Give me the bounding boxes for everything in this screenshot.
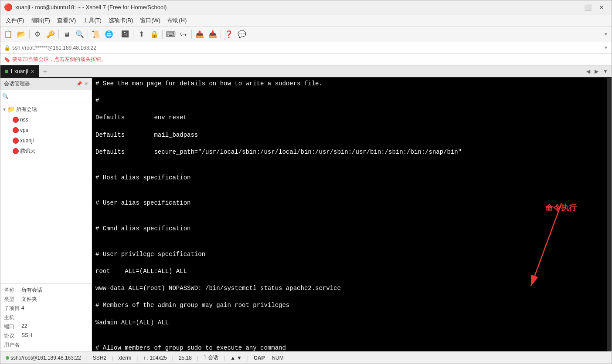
maximize-button[interactable]: ⬜ [581,2,594,13]
toolbar-expand[interactable]: ▼ [602,31,610,37]
toolbar-transfer2[interactable]: 📤 [194,28,206,40]
status-ssh-url: ssh://root@161.189.48.163:22 [4,355,83,361]
toolbar-sep-4 [117,30,117,39]
toolbar-zoom[interactable]: 🔍 [74,28,86,40]
ssh-lock-icon: 🔒 [4,45,10,51]
info-label-user: 用户名 [4,341,21,349]
tree-label-all-sessions: 所有会话 [16,106,37,113]
bookmark-bar: 🔖 要添加当前会话，点击左侧的箭头按钮。 [0,54,612,66]
tab-add-button[interactable]: + [39,65,51,78]
toolbar-sep-3 [88,30,88,39]
ssh-url: ssh://root:******@161.189.48.163:22 [12,45,96,51]
tab-xuanji[interactable]: 1 xuanji ✕ [0,65,39,78]
menu-tab[interactable]: 选项卡(B) [105,15,136,26]
sidebar-close-button[interactable]: ✕ [84,81,88,87]
info-label-port: 端口 [4,323,21,330]
toolbar-open[interactable]: 📂 [15,28,27,40]
close-button[interactable]: ✕ [595,2,608,13]
toolbar-new-session[interactable]: 📋 [2,28,14,40]
terminal-output[interactable]: # See the man page for details on how to… [92,78,612,351]
terminal-scrollbar[interactable] [607,78,612,351]
ssh-expand-button[interactable]: ▼ [604,45,608,50]
terminal-line: # Members of the admin group may gain ro… [95,301,608,310]
toolbar-sessions[interactable]: 🖥 [61,28,73,40]
info-label-children: 子项目 [4,305,21,312]
scroll-down-icon[interactable]: ▼ [237,355,242,361]
terminal-line: # Cmnd alias specification [95,225,608,233]
tab-menu-button[interactable]: ▼ [601,67,610,75]
toolbar-transfer[interactable]: ⚙ [31,28,44,40]
toolbar-key[interactable]: 🔑 [44,28,57,40]
toolbar-chat[interactable]: 💬 [236,28,248,40]
status-sep-3: | [136,355,138,361]
tree-label-vps: vps [20,127,28,133]
status-position-label: 25,18 [179,355,192,361]
terminal-line: # [95,97,608,105]
toolbar-xftp[interactable]: ⬆ [135,28,147,40]
info-value-protocol: SSH [21,332,32,340]
toolbar-key2[interactable]: 🗝 [177,28,190,40]
status-bar: ssh://root@161.189.48.163:22 | SSH2 | xt… [0,351,612,364]
toolbar-receive[interactable]: 📥 [207,28,219,40]
info-row-name: 名称 所有会话 [0,286,92,295]
toolbar-lock[interactable]: 🔒 [148,28,160,40]
tab-bar: 1 xuanji ✕ + ◀ ▶ ▼ [0,66,612,78]
menu-edit[interactable]: 编辑(E) [28,15,54,26]
status-scroll-controls: ▲ ▼ [228,355,244,361]
status-terminal-size: ↑↓ 104x25 [141,355,168,361]
sidebar-pin-button[interactable]: 📌 [76,81,82,87]
terminal-line: root ALL=(ALL:ALL) ALL [95,267,608,276]
toolbar-sep-2 [58,30,59,39]
tree-item-xuanji[interactable]: xuanji [0,135,92,146]
status-cap: CAP [252,355,266,361]
session-status-icon [13,148,19,154]
menu-file[interactable]: 文件(F) [2,15,28,26]
toolbar-help[interactable]: ❓ [223,28,235,40]
tab-prev-button[interactable]: ◀ [585,67,592,75]
tree-item-tencentcloud[interactable]: 腾讯云 [0,146,92,156]
toolbar-sep-7 [191,30,192,39]
status-session-count: 1 会话 [202,354,220,361]
session-status-icon [13,117,19,123]
status-num: NUM [270,355,285,361]
info-row-port: 端口 22 [0,322,92,331]
tree-item-all-sessions[interactable]: ▼ 📁 所有会话 [0,104,92,115]
menu-window[interactable]: 窗口(W) [136,15,164,26]
toolbar-sep-5 [133,30,133,39]
tab-close-button[interactable]: ✕ [31,69,34,74]
tree-item-nss[interactable]: nss [0,115,92,125]
search-input[interactable] [9,93,90,99]
sidebar-title: 会话管理器 [4,80,76,88]
info-value-name: 所有会话 [21,286,42,294]
scroll-up-icon[interactable]: ▲ [230,355,235,361]
toolbar-globe[interactable]: 🌐 [103,28,115,40]
status-terminal-type: xterm [116,355,133,361]
session-info-panel: 名称 所有会话 类型 文件夹 子项目 4 主机 端口 22 [0,283,92,351]
toolbar-font[interactable]: 🅰 [119,28,131,40]
toolbar-sep-8 [221,30,221,39]
toolbar-script[interactable]: 📜 [90,28,102,40]
bookmark-icon: 🔖 [4,57,10,63]
status-sep-6: | [224,355,225,361]
info-row-protocol: 协议 SSH [0,331,92,340]
tree-item-vps[interactable]: vps [0,125,92,135]
session-tree: ▼ 📁 所有会话 nss vps [0,102,92,283]
menu-view[interactable]: 查看(V) [54,15,79,26]
sidebar-search-bar: 🔍 [0,90,92,102]
info-label-type: 类型 [4,296,21,303]
window-title: xuanji - root@ubuntu18: ~ - Xshell 7 (Fr… [15,4,567,10]
tab-next-button[interactable]: ▶ [593,67,600,75]
terminal-line: # User privilege specification [95,250,608,259]
num-indicator: NUM [272,355,283,361]
minimize-button[interactable]: — [567,2,580,13]
tree-label-tencentcloud: 腾讯云 [20,148,36,155]
tab-label: 1 xuanji [10,68,28,74]
tab-navigation: ◀ ▶ ▼ [585,67,612,75]
menu-tools[interactable]: 工具(T) [79,15,105,26]
info-value-type: 文件夹 [21,296,37,303]
menu-help[interactable]: 帮助(H) [164,15,190,26]
toolbar-keyboard[interactable]: ⌨ [164,28,177,40]
info-label-name: 名称 [4,286,21,294]
status-protocol: SSH2 [91,355,108,361]
status-connection-dot [6,356,9,360]
